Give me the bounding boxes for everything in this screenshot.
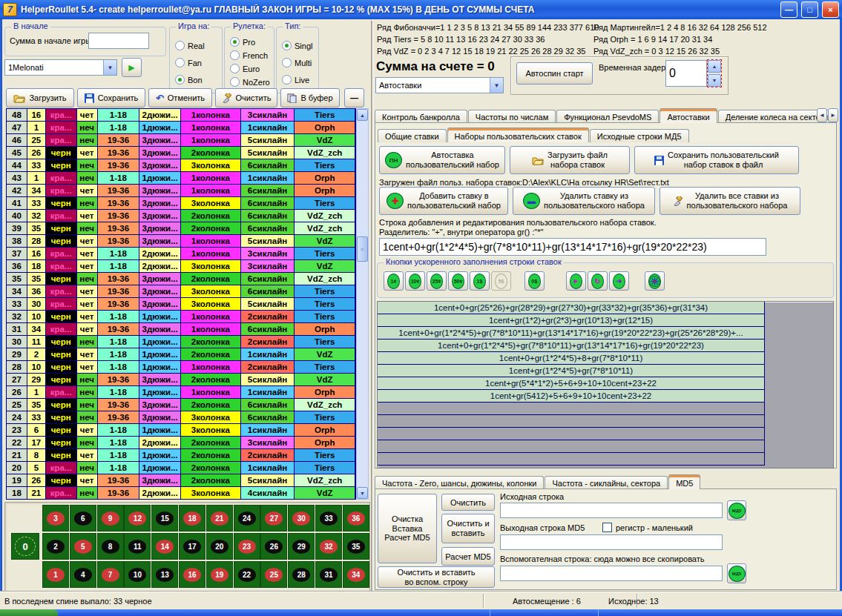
roulette-cell-32[interactable]: 32 <box>315 533 342 560</box>
bet-string-row[interactable]: 1cent+gr(5412)+5+6+9+10+10cent+23+22 <box>378 390 765 403</box>
tab-sub-1[interactable]: Общие ставки <box>378 129 447 142</box>
quick-repeat-button[interactable]: ↻ <box>588 271 608 291</box>
bet-string-empty-row[interactable] <box>378 428 765 440</box>
quick-special-button[interactable] <box>645 271 665 291</box>
roulette-cell-6[interactable]: 6 <box>70 505 96 531</box>
load-button[interactable]: Загрузить <box>6 88 74 107</box>
roulette-cell-13[interactable]: 13 <box>151 561 178 588</box>
scroll-down-icon[interactable]: ▼ <box>357 487 368 499</box>
history-row[interactable]: 3210чернчет1-181дюжи...1колонка2сиклайнT… <box>7 311 355 323</box>
copy-to-buffer-button[interactable]: В буфер <box>280 88 340 107</box>
roulette-cell-5[interactable]: 5 <box>70 533 96 560</box>
roulette-cell-9[interactable]: 9 <box>97 505 124 531</box>
bet-string-empty-row[interactable] <box>378 453 765 466</box>
start-system-button[interactable]: ► <box>122 58 142 77</box>
roulette-cell-27[interactable]: 27 <box>260 505 287 531</box>
md5-calc-button[interactable]: Расчет MD5 <box>441 547 495 566</box>
history-row[interactable]: 3618кра...чет1-182дюжи...3колонка3сиклай… <box>7 260 355 273</box>
roulette-cell-34[interactable]: 34 <box>343 561 369 588</box>
radio-pro[interactable]: Pro <box>230 37 255 47</box>
tab-sub-2[interactable]: Наборы пользовательских ставок <box>447 127 589 142</box>
roulette-cell-12[interactable]: 12 <box>124 505 151 531</box>
undo-button[interactable]: ↶ Отменить <box>148 88 212 107</box>
radio-live[interactable]: Live <box>282 75 309 85</box>
start-button-fragment[interactable] <box>0 609 58 616</box>
history-row[interactable]: 1926чернчет19-363дюжи...2колонка5сиклайн… <box>7 474 355 487</box>
clear-button[interactable]: Очистить <box>215 88 277 107</box>
roulette-cell-22[interactable]: 22 <box>234 561 260 588</box>
save-set-file-button[interactable]: Сохранить пользовательский набор ставок … <box>634 146 799 174</box>
tab-bottom-1[interactable]: Частота - Zero, шансы, дюжины, колонки <box>375 476 544 489</box>
history-row[interactable]: 4133черннеч19-363дюжи...3колонка6сиклайн… <box>7 197 355 210</box>
autostavka-set-button[interactable]: ПН Автоставка пользовательский набор <box>379 146 505 174</box>
radio-real[interactable]: Real <box>175 41 205 50</box>
roulette-cell-28[interactable]: 28 <box>288 561 315 588</box>
history-scrollbar[interactable]: ▲ ≡ ▼ <box>356 108 369 500</box>
spin-down-icon[interactable]: ▼ <box>708 74 721 87</box>
coin-button-25¢[interactable]: 25¢ <box>427 271 447 291</box>
delay-input[interactable]: 0 <box>665 60 707 87</box>
history-row[interactable]: 3828чернчет19-363дюжи...1колонка5сиклайн… <box>7 235 355 248</box>
history-row[interactable]: 3436кра...чет19-363дюжи...3колонка6сикла… <box>7 285 355 298</box>
chevron-down-icon[interactable]: ▼ <box>490 78 503 93</box>
tab-bottom-3[interactable]: MD5 <box>668 474 700 489</box>
roulette-cell-33[interactable]: 33 <box>315 505 342 531</box>
history-row[interactable]: 218чернчет1-181дюжи...2колонка2сиклайнTi… <box>7 449 355 462</box>
roulette-cell-17[interactable]: 17 <box>179 533 205 560</box>
roulette-cell-25[interactable]: 25 <box>260 561 287 588</box>
history-row[interactable]: 3011черннеч1-181дюжи...2колонка2сиклайнT… <box>7 336 355 348</box>
md5-clear-button[interactable]: Очистить <box>441 494 495 511</box>
roulette-cell-35[interactable]: 35 <box>343 533 369 560</box>
roulette-cell-23[interactable]: 23 <box>234 533 260 560</box>
history-row[interactable]: 2433черннеч19-363дюжи...3колонка6сиклайн… <box>7 411 355 424</box>
lowercase-checkbox[interactable] <box>602 523 612 532</box>
radio-nozero[interactable]: NoZero <box>230 77 270 87</box>
roulette-cell-10[interactable]: 10 <box>124 561 151 588</box>
roulette-cell-3[interactable]: 3 <box>42 505 69 531</box>
radio-singl[interactable]: Singl <box>282 41 312 50</box>
bet-string-empty-row[interactable] <box>378 440 765 453</box>
bet-string-row[interactable]: 1cent+0+gr(1*2*4*5)+8+gr(7*8*10*11) <box>378 352 765 365</box>
roulette-cell-24[interactable]: 24 <box>234 505 260 531</box>
bet-string-row[interactable]: 1cent+0+gr(1*2*4*5)+gr(7*8*10*11)+gr(13*… <box>378 327 765 340</box>
roulette-cell-8[interactable]: 8 <box>97 533 124 560</box>
quick-play-button[interactable]: ► <box>566 271 586 291</box>
radio-bon[interactable]: Bon <box>175 75 203 85</box>
md5-clear-paste-aux-button[interactable]: Очистить и вставить во вспом. строку <box>378 566 495 588</box>
scroll-up-icon[interactable]: ▲ <box>357 109 368 121</box>
load-set-file-button[interactable]: Загрузить файл набора ставок <box>510 146 630 174</box>
roulette-cell-7[interactable]: 7 <box>97 561 124 588</box>
history-row[interactable]: 2810чернчет1-181дюжи...1колонка2сиклайнT… <box>7 361 355 374</box>
collapse-button[interactable]: — <box>344 88 364 107</box>
history-row[interactable]: 2535черннеч19-363дюжи...2колонка6сиклайн… <box>7 399 355 411</box>
bet-string-row[interactable]: 1cent+gr(1*2)+gr(2*3)+gr(10*13)+gr(12*15… <box>378 314 765 327</box>
md5-aux-input[interactable] <box>500 566 723 581</box>
radio-euro[interactable]: Euro <box>230 64 260 73</box>
md5-source-input[interactable] <box>500 503 723 518</box>
delete-all-bets-button[interactable]: Удалить все ставки из пользовательского … <box>660 187 800 215</box>
md5-output-input[interactable] <box>500 534 723 550</box>
radio-french[interactable]: French <box>230 50 268 60</box>
history-row[interactable]: 1821кра...неч19-362дюжи...3колонка4сикла… <box>7 487 355 500</box>
roulette-cell-2[interactable]: 2 <box>42 533 69 560</box>
tab-main-1[interactable]: Контроль банкролла <box>375 110 467 123</box>
roulette-cell-31[interactable]: 31 <box>315 561 342 588</box>
minimize-button[interactable]: — <box>780 1 797 18</box>
tab-bottom-2[interactable]: Частота - сиклайны, сектора <box>545 476 668 489</box>
system-combobox[interactable]: 1Melonati ▼ <box>4 59 117 76</box>
tabs-scroll-right-button[interactable]: ► <box>828 108 838 122</box>
history-row[interactable]: 3535черннеч19-363дюжи...2колонка6сиклайн… <box>7 273 355 285</box>
history-row[interactable]: 4625кра...неч19-363дюжи...1колонка5сикла… <box>7 134 355 147</box>
tabs-scroll-left-button[interactable]: ◄ <box>817 108 827 122</box>
history-row[interactable]: 261кра...неч1-181дюжи...1колонка1сиклайн… <box>7 386 355 399</box>
close-button[interactable]: × <box>822 1 839 18</box>
roulette-cell-15[interactable]: 15 <box>151 505 178 531</box>
radio-fan[interactable]: Fan <box>175 58 202 67</box>
md5-clear-paste-calc-button[interactable]: Очистка Вставка Расчет MD5 <box>378 494 437 563</box>
roulette-cell-29[interactable]: 29 <box>288 533 315 560</box>
bet-string-input[interactable]: 1cent+0+gr(1*2*4*5)+gr(7*8*10*11)+gr(13*… <box>379 238 766 256</box>
roulette-cell-36[interactable]: 36 <box>343 505 369 531</box>
tab-main-4[interactable]: Автоставки <box>660 108 717 123</box>
roulette-cell-0[interactable]: 0 <box>11 533 39 560</box>
spin-up-icon[interactable]: ▲ <box>708 60 721 73</box>
